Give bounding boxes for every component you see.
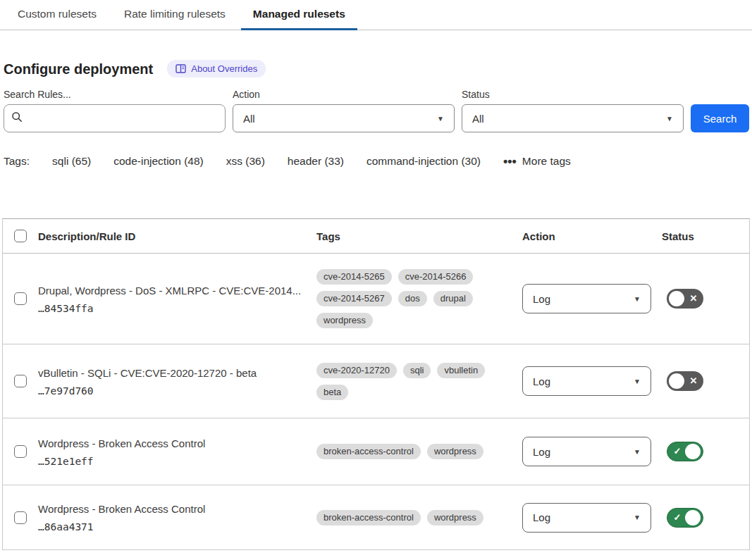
rule-description-cell: vBulletin - SQLi - CVE:CVE-2020-12720 - … [38, 366, 316, 397]
rule-status-cell: ✕ [662, 289, 749, 309]
header-checkbox-cell [3, 230, 38, 242]
search-input-box[interactable] [4, 104, 226, 132]
chevron-down-icon: ▼ [634, 514, 641, 521]
status-toggle[interactable]: ✓ [667, 442, 703, 461]
rule-action-select[interactable]: Log ▼ [522, 437, 651, 466]
tag-filter-code-injection[interactable]: code-injection (48) [113, 155, 204, 168]
rule-description-cell: Drupal, Wordpress - DoS - XMLRPC - CVE:C… [38, 284, 316, 314]
row-checkbox[interactable] [14, 375, 27, 387]
tag-filter-sqli[interactable]: sqli (65) [52, 155, 91, 168]
rule-action-cell: Log ▼ [522, 284, 662, 313]
rule-tags: broken-access-controlwordpress [316, 510, 511, 525]
tab-managed-rulesets[interactable]: Managed rulesets [241, 0, 357, 30]
rule-action-select[interactable]: Log ▼ [522, 284, 651, 313]
tag-filter-header[interactable]: header (33) [288, 155, 344, 168]
toggle-knob [669, 291, 684, 306]
x-icon: ✕ [686, 291, 701, 306]
status-filter-label: Status [462, 89, 684, 100]
ellipsis-icon: ••• [503, 158, 517, 165]
action-filter-value: All [243, 113, 255, 125]
book-icon [175, 64, 186, 73]
table-header-row: Description/Rule ID Tags Action Status [3, 219, 749, 254]
rule-description: vBulletin - SQLi - CVE:CVE-2020-12720 - … [38, 366, 302, 380]
rule-id: …86aa4371 [38, 521, 302, 533]
rule-description: Wordpress - Broken Access Control [38, 502, 302, 516]
table-row: Drupal, Wordpress - DoS - XMLRPC - CVE:C… [3, 254, 749, 344]
row-checkbox-cell [3, 375, 38, 387]
rule-status-cell: ✕ [662, 371, 749, 391]
table-row: Wordpress - Broken Access Control …86aa4… [3, 485, 749, 550]
column-header-tags: Tags [316, 230, 522, 242]
rule-action-value: Log [533, 293, 550, 305]
about-overrides-label: About Overrides [191, 63, 257, 74]
rule-description-cell: Wordpress - Broken Access Control …521e1… [38, 437, 316, 467]
check-icon: ✓ [670, 444, 685, 459]
rule-tag-pill: wordpress [427, 444, 483, 459]
select-all-checkbox[interactable] [14, 230, 27, 242]
rule-tag-pill: cve-2020-12720 [316, 363, 397, 378]
action-filter-label: Action [233, 89, 455, 100]
rule-id: …521e1eff [38, 456, 302, 467]
rule-tag-pill: broken-access-control [316, 444, 421, 459]
toggle-knob [685, 444, 701, 459]
rule-tag-pill: cve-2014-5266 [398, 269, 474, 285]
status-filter: Status All ▼ [462, 89, 684, 132]
rule-description-cell: Wordpress - Broken Access Control …86aa4… [38, 502, 316, 533]
rule-tags-cell: broken-access-controlwordpress [316, 510, 522, 525]
row-checkbox[interactable] [14, 292, 27, 305]
rule-status-cell: ✓ [662, 508, 749, 528]
action-filter-select[interactable]: All ▼ [233, 104, 455, 132]
rule-tags-cell: cve-2014-5265cve-2014-5266cve-2014-5267d… [316, 269, 522, 328]
rule-tag-pill: drupal [433, 291, 473, 306]
rule-action-value: Log [533, 446, 550, 458]
rule-description: Wordpress - Broken Access Control [38, 437, 302, 451]
row-checkbox-cell [3, 511, 38, 524]
table-row: Wordpress - Broken Access Control …521e1… [3, 418, 749, 485]
rule-tags: broken-access-controlwordpress [316, 444, 511, 459]
rule-tag-pill: broken-access-control [316, 510, 421, 525]
chevron-down-icon: ▼ [666, 115, 673, 123]
rule-tags-cell: broken-access-controlwordpress [316, 444, 522, 459]
rule-action-select[interactable]: Log ▼ [522, 366, 651, 396]
rule-tag-pill: beta [316, 385, 348, 400]
about-overrides-badge[interactable]: About Overrides [167, 60, 266, 77]
table-row: vBulletin - SQLi - CVE:CVE-2020-12720 - … [3, 344, 749, 418]
toggle-knob [669, 373, 684, 389]
status-toggle[interactable]: ✕ [667, 289, 703, 309]
tab-rate-limiting-rulesets[interactable]: Rate limiting rulesets [112, 0, 238, 30]
rule-tag-pill: vbulletin [437, 363, 485, 378]
chevron-down-icon: ▼ [634, 295, 641, 303]
rule-tags: cve-2014-5265cve-2014-5266cve-2014-5267d… [316, 269, 511, 328]
rule-action-select[interactable]: Log ▼ [522, 503, 651, 533]
chevron-down-icon: ▼ [634, 448, 641, 456]
more-tags-button[interactable]: ••• More tags [503, 155, 571, 168]
rule-description: Drupal, Wordpress - DoS - XMLRPC - CVE:C… [38, 284, 302, 298]
check-icon: ✓ [670, 510, 685, 525]
rule-action-cell: Log ▼ [522, 503, 662, 533]
status-toggle[interactable]: ✕ [667, 371, 703, 391]
table-body: Drupal, Wordpress - DoS - XMLRPC - CVE:C… [3, 254, 749, 550]
rule-action-value: Log [533, 375, 550, 387]
rule-tags-cell: cve-2020-12720sqlivbulletinbeta [316, 363, 522, 400]
search-input[interactable] [28, 113, 218, 125]
row-checkbox[interactable] [14, 445, 27, 458]
status-filter-select[interactable]: All ▼ [462, 104, 684, 132]
rule-tag-pill: dos [398, 291, 427, 306]
tab-custom-rulesets[interactable]: Custom rulesets [6, 0, 109, 30]
status-filter-value: All [472, 113, 484, 125]
chevron-down-icon: ▼ [437, 115, 444, 123]
page-title: Configure deployment [4, 61, 153, 77]
rule-status-cell: ✓ [662, 442, 749, 461]
rule-tag-pill: sqli [403, 363, 431, 378]
rule-tag-pill: wordpress [427, 510, 483, 525]
row-checkbox[interactable] [14, 511, 27, 524]
tag-filter-xss[interactable]: xss (36) [226, 155, 265, 168]
column-header-action: Action [522, 230, 662, 242]
action-filter: Action All ▼ [233, 89, 455, 132]
more-tags-label: More tags [522, 155, 571, 168]
chevron-down-icon: ▼ [634, 378, 641, 385]
status-toggle[interactable]: ✓ [667, 508, 703, 528]
search-button[interactable]: Search [691, 104, 749, 132]
row-checkbox-cell [3, 292, 38, 305]
tag-filter-command-injection[interactable]: command-injection (30) [366, 155, 481, 168]
